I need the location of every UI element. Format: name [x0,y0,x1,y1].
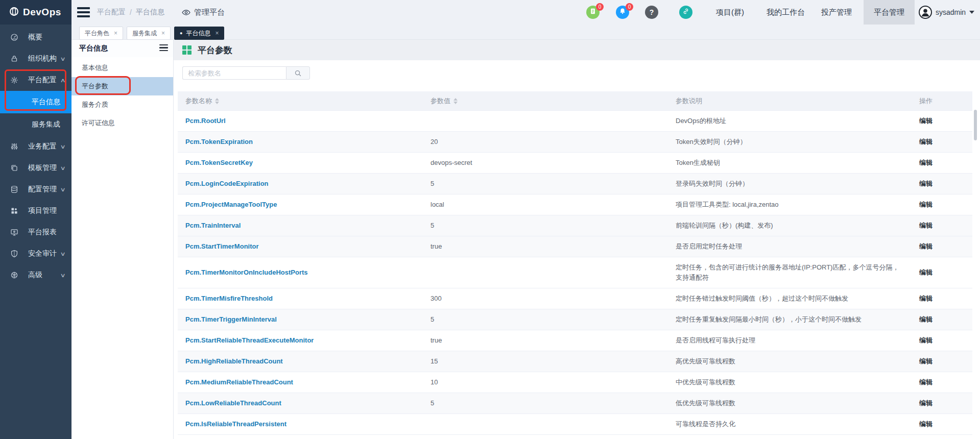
sidebar-item[interactable]: 组织机构∨ [0,48,71,69]
param-name-link[interactable]: Pcm.HighReliableThreadCount [185,357,283,365]
panel-menu: 基本信息平台参数服务介质许可证信息 [71,59,173,132]
sidebar-item[interactable]: 安全审计∨ [0,243,71,264]
chevron-down-icon: ∨ [60,186,65,193]
param-name-link[interactable]: Pcm.TrainInterval [185,222,241,229]
param-name-link[interactable]: Pcm.TokenExpiration [185,138,253,145]
param-name-link[interactable]: Pcm.TimerMonitorOnIncludeHostPorts [185,269,308,276]
person-icon [920,7,931,18]
bell-button[interactable]: 0 [616,6,629,19]
sort-icon[interactable] [215,98,219,104]
column-header[interactable]: 参数名称 [178,96,423,106]
close-icon[interactable]: × [161,30,165,37]
shield-icon [10,250,18,258]
param-value: 20 [423,132,668,152]
open-tab[interactable]: 服务集成× [127,27,171,40]
param-name-link[interactable]: Pcm.IsReliableThreadPersistent [185,420,286,428]
edit-button[interactable]: 编辑 [919,159,933,166]
column-label: 操作 [919,96,933,106]
help-button[interactable]: ? [645,6,658,19]
panel-collapse-icon[interactable] [159,44,168,53]
edit-button[interactable]: 编辑 [919,420,933,428]
param-description: 登录码失效时间（分钟） [668,174,912,194]
app-logo[interactable]: DevOps [0,0,71,25]
vertical-scrollbar[interactable] [974,110,977,140]
link-button[interactable] [679,6,692,19]
param-name-link[interactable]: Pcm.StartTimerMonitor [185,242,259,250]
chevron-down-icon: ∨ [60,56,65,62]
param-name-link[interactable]: Pcm.TokenSecretKey [185,159,253,166]
edit-button[interactable]: 编辑 [919,315,933,323]
close-icon[interactable]: × [215,30,219,37]
table-row: Pcm.HighReliableThreadCount15高优先级可靠线程数编辑 [178,351,972,372]
sidebar-item[interactable]: 业务配置∨ [0,136,71,157]
param-name-link[interactable]: Pcm.LowReliableThreadCount [185,399,281,407]
breadcrumb-item[interactable]: 平台配置 [97,8,126,17]
table-row: Pcm.RootUrlDevOps的根地址编辑 [178,111,972,132]
param-name-link[interactable]: Pcm.TimerTriggerMinInterval [185,315,277,323]
close-icon[interactable]: × [114,30,117,37]
edit-button[interactable]: 编辑 [919,117,933,125]
sidebar-item[interactable]: 模板管理∨ [0,157,71,179]
open-tab[interactable]: ●平台信息× [174,27,224,40]
param-name-link[interactable]: Pcm.StartReliableThreadExecuteMonitor [185,336,314,344]
table-row: Pcm.StartTimerMonitortrue是否启用定时任务处理编辑 [178,236,972,257]
edit-button[interactable]: 编辑 [919,180,933,187]
param-description: 高优先级可靠线程数 [668,351,912,372]
search-input[interactable] [182,66,286,80]
open-tab[interactable]: 平台角色× [79,27,123,40]
top-nav-item[interactable]: 项目(群) [716,0,744,25]
user-menu[interactable]: sysadmin [919,0,974,25]
sidebar-item[interactable]: 项目管理 [0,200,71,222]
top-nav-item[interactable]: 我的工作台 [767,0,805,25]
edit-button[interactable]: 编辑 [919,399,933,407]
panel-menu-item[interactable]: 许可证信息 [71,114,173,132]
sidebar-item-label: 平台配置 [28,76,57,85]
sidebar-item[interactable]: 平台配置∧ [0,69,71,91]
edit-button[interactable]: 编辑 [919,201,933,208]
sidebar-item[interactable]: 平台报表 [0,222,71,243]
edit-button[interactable]: 编辑 [919,242,933,250]
tab-label: 平台信息 [186,29,210,38]
edit-button[interactable]: 编辑 [919,222,933,229]
param-name-link[interactable]: Pcm.RootUrl [185,117,226,125]
panel-menu-item[interactable]: 服务介质 [71,95,173,114]
chevron-down-icon [969,11,974,14]
sidebar-item[interactable]: 概要 [0,27,71,48]
document-button[interactable]: 0 [586,6,600,19]
table-row: Pcm.MediumReliableThreadCount10中优先级可靠线程数… [178,372,972,393]
param-value: 5 [423,393,668,413]
tab-label: 服务集成 [132,29,157,38]
param-value [423,116,668,126]
edit-button[interactable]: 编辑 [919,357,933,365]
top-nav-item[interactable]: 投产管理 [821,0,852,25]
edit-button[interactable]: 编辑 [919,295,933,302]
breadcrumb-item-current: 平台信息 [136,8,164,17]
param-description: 定时任务，包含的可进行统计的服务器地址(IP:PORT)匹配，多个逗号分隔，支持… [668,257,912,288]
param-name-link[interactable]: Pcm.TimerMisfireThreshold [185,295,273,302]
param-name-link[interactable]: Pcm.MediumReliableThreadCount [185,378,293,386]
search-button[interactable] [286,66,310,80]
panel-menu-item[interactable]: 基本信息 [71,59,173,77]
edit-button[interactable]: 编辑 [919,269,933,276]
chevron-down-icon: ∨ [60,251,65,257]
column-header[interactable]: 参数值 [423,96,668,106]
manage-platform-label[interactable]: 管理平台 [182,0,225,25]
edit-button[interactable]: 编辑 [919,336,933,344]
main-area: 平台参数 参数名称参数值参数说明操作 Pcm.RootUrlDevOps的根地址… [174,40,980,439]
param-description: 可靠线程是否持久化 [668,414,912,434]
sidebar-item-label: 安全审计 [28,249,57,258]
sidebar-item[interactable]: 配置管理∨ [0,179,71,200]
panel-menu-item[interactable]: 平台参数 [71,77,173,95]
table-row: Pcm.LowReliableThreadCount5低优先级可靠线程数编辑 [178,393,972,414]
param-name-link[interactable]: Pcm.LoginCodeExpiration [185,180,269,187]
top-nav-item[interactable]: 平台管理 [864,0,915,25]
sort-icon[interactable] [453,98,458,104]
edit-button[interactable]: 编辑 [919,138,933,145]
sidebar-subitem[interactable]: 服务集成 [0,113,71,136]
param-name-link[interactable]: Pcm.ProjectManageToolType [185,201,277,208]
sidebar-subitem[interactable]: 平台信息 [0,91,71,113]
edit-button[interactable]: 编辑 [919,378,933,386]
menu-collapse-icon[interactable] [77,7,90,17]
sidebar-item[interactable]: 高级∨ [0,264,71,286]
template-icon [10,164,18,172]
